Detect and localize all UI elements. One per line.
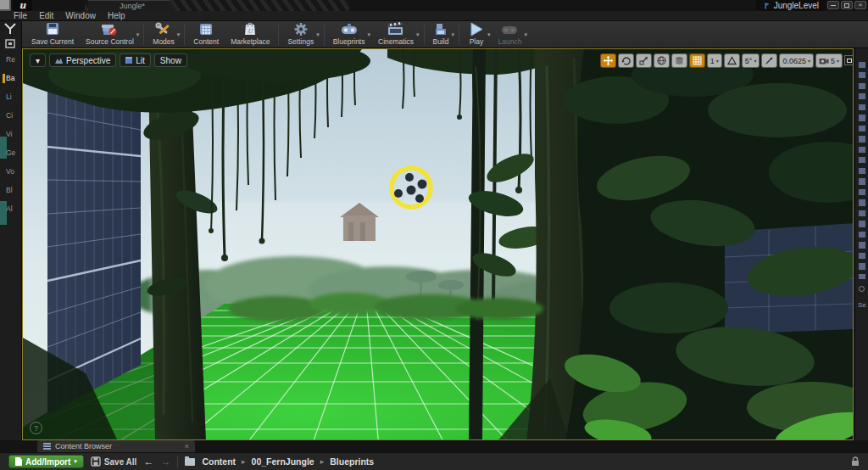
settings-dropdown-icon[interactable]: ▾ (316, 31, 320, 38)
titlebar: u Jungle* JungleLevel × (0, 0, 868, 11)
lock-icon[interactable] (851, 456, 860, 467)
category-lights[interactable]: Li (6, 92, 21, 101)
settings-icon (292, 22, 309, 36)
cinematics-icon (387, 22, 405, 36)
level-viewport[interactable]: ▾ Perspective Lit Show (22, 48, 854, 440)
toolbar-label: Settings (287, 37, 314, 46)
maximize-button[interactable] (841, 1, 853, 9)
rotate-tool-button[interactable] (618, 53, 634, 68)
source-control-icon (100, 22, 119, 36)
outliner-item-icons[interactable] (859, 62, 865, 279)
main-toolbar: Save Current Source Control ▾ Modes ▾ Co… (22, 21, 868, 48)
blueprints-button[interactable]: Blueprints (327, 21, 371, 48)
rotation-snap-value-button[interactable]: 5°▾ (742, 53, 760, 68)
place-actors-icon[interactable] (3, 23, 17, 35)
forward-button[interactable]: → (160, 456, 170, 467)
right-panel-strip: Se (854, 48, 868, 440)
build-dropdown-icon[interactable]: ▾ (451, 31, 454, 38)
browse-box-icon[interactable] (3, 38, 17, 49)
close-button[interactable]: × (854, 1, 866, 9)
launch-dropdown-icon[interactable]: ▾ (524, 31, 527, 38)
save-all-button[interactable]: Save All (91, 456, 137, 467)
scale-snap-toggle[interactable] (761, 53, 777, 68)
viewport-help-icon[interactable]: ? (30, 422, 42, 434)
place-actors-strip: Re Ba Li Ci Vi Ge Vo Bl Al (0, 21, 22, 440)
scale-snap-value-button[interactable]: 0.0625▾ (779, 53, 814, 68)
world-local-toggle-button[interactable] (654, 53, 670, 68)
menu-window[interactable]: Window (65, 11, 96, 20)
breadcrumb-blueprints[interactable]: Blueprints (330, 456, 374, 467)
toolbar-separator (424, 24, 425, 45)
category-volumes[interactable]: Vo (6, 167, 21, 176)
back-button[interactable]: ← (143, 456, 153, 467)
scale-snap-value: 0.0625 (782, 57, 806, 65)
surface-snap-button[interactable] (671, 53, 687, 68)
globe-icon (657, 56, 666, 65)
play-dropdown-icon[interactable]: ▾ (487, 31, 491, 38)
viewport-options-button[interactable]: ▾ (30, 53, 46, 67)
unreal-logo-icon: u (13, 0, 32, 11)
toolbar-separator (324, 24, 325, 45)
menu-edit[interactable]: Edit (39, 11, 53, 20)
grid-snap-value-button[interactable]: 1▾ (707, 53, 722, 68)
launch-button[interactable]: Launch (492, 21, 528, 48)
scale-tool-button[interactable] (636, 53, 652, 68)
category-cinematic[interactable]: Ci (6, 111, 21, 120)
viewport-scene (23, 49, 854, 440)
category-blueprints[interactable]: Bl (6, 186, 21, 194)
grid-snap-toggle[interactable] (689, 53, 705, 68)
category-recently-placed[interactable]: Re (6, 55, 21, 64)
view-mode-label: Lit (136, 56, 145, 65)
panel-gear-icon[interactable] (859, 286, 865, 292)
tab-close-icon[interactable]: × (185, 442, 189, 450)
selected-category-marker (3, 74, 5, 83)
menu-bar: File Edit Window Help (0, 11, 868, 21)
play-button[interactable]: Play (462, 21, 491, 48)
toolbar-separator (143, 24, 144, 45)
category-all-classes[interactable]: Al (6, 204, 21, 213)
cinematics-button[interactable]: Cinematics (372, 21, 420, 48)
save-all-label: Save All (104, 457, 137, 467)
toolbar-label: Modes (153, 37, 175, 46)
grid-snap-value: 1 (710, 57, 715, 65)
toolbar-separator (278, 24, 279, 45)
add-import-dropdown-icon: ▾ (74, 458, 77, 465)
blueprints-dropdown-icon[interactable]: ▾ (367, 31, 370, 38)
marketplace-button[interactable]: U Marketplace (225, 21, 275, 48)
menu-file[interactable]: File (14, 11, 27, 20)
show-flags-button[interactable]: Show (154, 53, 187, 67)
breadcrumb-fernjungle[interactable]: 00_FernJungle (252, 456, 314, 467)
camera-mode-button[interactable]: Perspective (49, 53, 116, 67)
grid-icon (693, 56, 702, 65)
breadcrumb-content[interactable]: Content (202, 456, 236, 467)
modes-button[interactable]: Modes (147, 21, 181, 48)
camera-speed-button[interactable]: 5▾ (815, 53, 843, 68)
save-all-icon (91, 456, 101, 467)
menu-help[interactable]: Help (108, 11, 125, 20)
camera-icon (819, 57, 829, 65)
move-tool-button[interactable] (600, 53, 616, 68)
toolbar-label: Launch (498, 37, 522, 46)
category-basic[interactable]: Ba (6, 74, 21, 82)
minimize-button[interactable] (827, 1, 839, 9)
project-tab[interactable]: Jungle* (88, 0, 176, 11)
toolbar-separator (184, 24, 185, 45)
modes-dropdown-icon[interactable]: ▾ (177, 31, 181, 38)
rotation-snap-value: 5° (745, 57, 753, 65)
content-browser-tab-label: Content Browser (55, 442, 112, 450)
cinematics-dropdown-icon[interactable]: ▾ (416, 31, 420, 38)
category-geometry[interactable]: Ge (6, 148, 21, 157)
category-visual-effects[interactable]: Vi (6, 130, 21, 138)
content-browser-bar: Add/Import ▾ Save All ← → Content ▸ 00_F… (0, 452, 868, 470)
maximize-viewport-button[interactable] (844, 55, 854, 65)
add-import-button[interactable]: Add/Import ▾ (8, 455, 84, 468)
settings-button[interactable]: Settings (281, 21, 320, 48)
source-control-dropdown-icon[interactable]: ▾ (136, 31, 140, 38)
save-current-button[interactable]: Save Current (25, 21, 80, 48)
content-browser-tab[interactable]: Content Browser × (37, 440, 195, 452)
source-control-button[interactable]: Source Control (80, 21, 140, 48)
rotation-snap-toggle[interactable] (724, 53, 740, 68)
content-button[interactable]: Content (187, 21, 225, 48)
view-mode-button[interactable]: Lit (120, 53, 151, 67)
toolbar-label: Play (470, 37, 484, 46)
